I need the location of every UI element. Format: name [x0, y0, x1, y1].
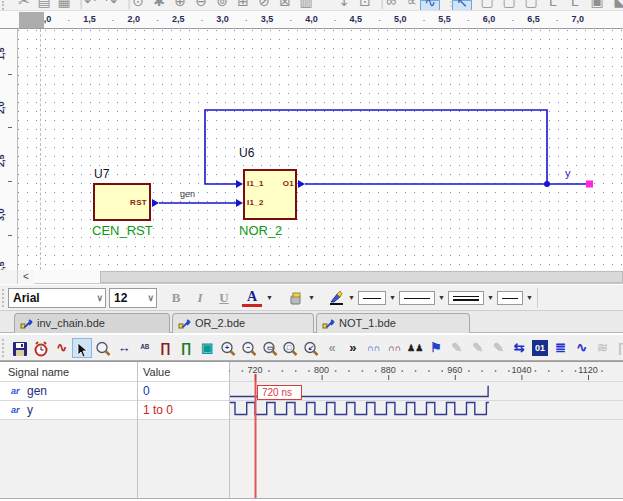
compare-signals-icon[interactable]: ⇆ — [509, 338, 529, 358]
zoom-fit-icon[interactable]: ⊚ — [212, 0, 232, 11]
redo-icon[interactable]: ↷ — [101, 0, 121, 11]
chevron-down-icon[interactable]: ▼ — [438, 294, 445, 301]
signal-name-header[interactable]: Signal name — [8, 366, 69, 378]
bold-button[interactable]: B — [166, 288, 186, 308]
edit-stimulus-icon[interactable]: ∏ — [156, 338, 176, 358]
shape-rect-icon[interactable]: ▣ — [587, 0, 607, 11]
chevron-down-icon[interactable]: ▼ — [348, 294, 355, 301]
tab-inv_chain.bde[interactable]: inv_chain.bde — [14, 313, 170, 333]
insert-wave-icon[interactable]: ∿ — [572, 338, 592, 358]
zoom-area-icon[interactable]: □ — [280, 338, 300, 358]
zoom-out-icon[interactable]: − — [239, 338, 259, 358]
line-width-select[interactable] — [399, 291, 435, 305]
save-icon[interactable] — [10, 338, 30, 358]
stimulators-icon[interactable]: ∿ — [52, 338, 72, 358]
line-style-select[interactable] — [358, 291, 386, 305]
measure-time-icon[interactable]: ↔ — [114, 338, 134, 358]
schematic-canvas[interactable]: U7 RST CEN_RST U6 I1_1 I1_2 O1 NOR_2 gen… — [18, 29, 623, 270]
chevron-down-icon[interactable]: ▼ — [389, 294, 396, 301]
cut-icon[interactable]: ✂ — [14, 0, 34, 11]
wire-l2-icon[interactable]: L — [565, 0, 585, 11]
value-header[interactable]: Value — [143, 366, 170, 378]
select-mode-icon[interactable]: ↖ — [452, 0, 472, 11]
zoom-area-icon[interactable]: ⊞ — [233, 0, 253, 11]
chevron-down-icon[interactable]: ▼ — [487, 294, 494, 301]
toolbar-grip[interactable] — [2, 339, 5, 357]
print-icon[interactable]: ▥ — [296, 0, 316, 11]
font-name-select[interactable]: Arial ∨ — [8, 288, 106, 308]
zoom-full-icon[interactable]: ▭ — [260, 338, 280, 358]
shape-box-icon[interactable]: ▢ — [477, 0, 497, 11]
shape-box2-icon[interactable]: ▢ — [499, 0, 519, 11]
component-u6[interactable] — [243, 169, 297, 220]
wave-mode-icon[interactable]: ∿ — [420, 0, 440, 11]
prev-event-icon[interactable]: « — [322, 338, 342, 358]
copy-pages-icon[interactable]: ▣ — [197, 338, 217, 358]
zoom-out-icon[interactable]: ⊖ — [191, 0, 211, 11]
chevron-down-icon[interactable]: ▼ — [308, 294, 315, 301]
hscroll-left-button[interactable]: < — [18, 270, 34, 284]
zoom-in-icon[interactable]: ⊕ — [170, 0, 190, 11]
font-size-select[interactable]: 12 ∨ — [109, 288, 157, 308]
italic-button[interactable]: I — [190, 288, 210, 308]
compare-ab-icon[interactable]: ᴬᴮ — [135, 338, 155, 358]
find-value-icon[interactable]: ∩∩ — [384, 338, 404, 358]
tab-OR_2.bde[interactable]: OR_2.bde — [172, 313, 314, 333]
arrow-style-select[interactable] — [497, 291, 523, 305]
flag-icon[interactable]: ⚑ — [426, 338, 446, 358]
fill-color-icon[interactable] — [288, 291, 304, 306]
accept-stimulus-icon[interactable]: ∏ — [176, 338, 196, 358]
paste-disabled-icon[interactable]: ✎ — [488, 338, 508, 358]
timeline-label: 1120 — [573, 365, 603, 375]
find-icon[interactable]: ∩∩ — [364, 338, 384, 358]
cursor-time-flag[interactable]: 720 ns — [257, 385, 302, 400]
toolbar-grip[interactable] — [2, 289, 5, 307]
cut-disabled-icon[interactable]: ✎ — [447, 338, 467, 358]
line-color-icon[interactable] — [328, 290, 346, 306]
pan-hand-icon[interactable]: ✱ — [149, 0, 169, 11]
next-event-icon[interactable]: » — [343, 338, 363, 358]
wave-disabled-icon[interactable]: ≋ — [592, 338, 612, 358]
toolbar-grip[interactable] — [2, 1, 5, 10]
zoom-sel-icon[interactable]: ⊠ — [275, 0, 295, 11]
underline-button[interactable]: U — [214, 288, 234, 308]
zoom-prev-icon[interactable]: ↙ — [301, 338, 321, 358]
hruler-label: 4,5 — [343, 14, 369, 24]
chevron-down-icon[interactable]: ∨ — [147, 289, 154, 307]
component-alt-icon[interactable]: ∝ — [402, 0, 422, 11]
pin-o1: O1 — [270, 179, 294, 188]
signal-row-gen[interactable]: gen — [27, 384, 47, 398]
clock-disabled-icon[interactable]: ∏ — [613, 338, 623, 358]
waveform-plot[interactable] — [229, 362, 623, 499]
corner-icon[interactable]: ◣ — [610, 0, 623, 11]
copy-icon[interactable]: ▤ — [34, 0, 54, 11]
bus-expand-icon[interactable]: ≣ — [551, 338, 571, 358]
binary-01-icon[interactable]: 01 — [532, 340, 548, 356]
tab-NOT_1.bde[interactable]: NOT_1.bde — [316, 313, 470, 333]
zoom-in-icon[interactable]: + — [218, 338, 238, 358]
net-label-gen[interactable]: gen — [180, 189, 195, 199]
font-color-button[interactable]: A — [242, 288, 262, 307]
copy-disabled-icon[interactable]: ✎ — [468, 338, 488, 358]
border-style-select[interactable] — [448, 291, 484, 305]
chevron-down-icon[interactable]: ∨ — [96, 289, 103, 307]
timer-icon[interactable] — [31, 338, 51, 358]
column-separator[interactable] — [137, 362, 138, 499]
signal-row-y[interactable]: y — [27, 403, 33, 417]
wire-l-icon[interactable]: L — [543, 0, 563, 11]
terminal-y[interactable] — [586, 181, 593, 188]
chevron-down-icon[interactable]: ▼ — [526, 294, 533, 301]
hscroll-thumb[interactable] — [100, 271, 623, 283]
markers-icon[interactable]: ♟♟ — [405, 338, 425, 358]
zoom-icon[interactable]: ⊙ — [128, 0, 148, 11]
undo-icon[interactable]: ↶ — [80, 0, 100, 11]
pin-icon[interactable]: ↧ — [334, 0, 354, 11]
select-cursor-icon[interactable] — [72, 338, 92, 358]
zoom-prev-icon[interactable]: ⊘ — [254, 0, 274, 11]
chevron-down-icon[interactable]: ▼ — [266, 294, 273, 301]
vertical-ruler: 1,52,02,53,03,5 — [0, 29, 18, 270]
net-label-y[interactable]: y — [565, 167, 571, 179]
zoom-icon[interactable] — [93, 338, 113, 358]
component-icon[interactable]: ∞ — [381, 0, 401, 11]
shape-box3-icon[interactable]: ▢ — [521, 0, 541, 11]
